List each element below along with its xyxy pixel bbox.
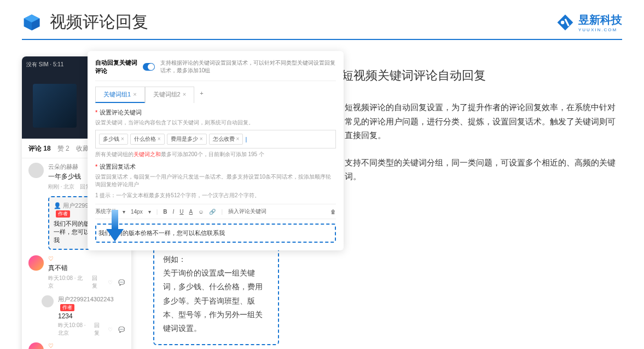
reply-user: 用户2299214302243 — [58, 296, 114, 302]
field-label: *设置回复话术 — [95, 163, 336, 171]
bullet-text: 短视频评论的自动回复设置，为了提升作者的评论回复效率，在系统中针对常见的评论用户… — [345, 100, 622, 142]
page-header: 视频评论回复 昱新科技 YUUXIN.COM — [0, 0, 644, 39]
insert-keyword-button[interactable]: 插入评论关键词 — [228, 208, 266, 215]
underline-button[interactable]: U — [179, 209, 183, 215]
nested-comment: 用户2299214302243作者 1234 昨天10:08 · 北京 回复 ♡… — [42, 295, 125, 337]
logo-icon — [556, 14, 574, 31]
field-note: 所有关键词组的关键词之和最多可添加200个，目前剩余可添加 195 个 — [95, 151, 336, 158]
text-cursor: | — [245, 136, 247, 142]
delete-button[interactable]: 🗑 — [330, 209, 336, 215]
avatar — [28, 163, 44, 178]
svg-rect-5 — [112, 210, 118, 229]
logo-url: YUUXIN.COM — [578, 27, 622, 32]
reply-link[interactable]: 回复 — [92, 274, 102, 290]
tab-comments[interactable]: 评论 18 — [28, 144, 51, 153]
keyword-chip[interactable]: 多少钱× — [99, 134, 128, 145]
page-title: 视频评论回复 — [50, 11, 148, 33]
settings-desc: 支持根据评论的关键词设置回复话术，可以针对不同类型关键词设置回复话术，最多添加1… — [160, 59, 336, 75]
svg-marker-3 — [558, 14, 573, 30]
field-hint: 设置回复话术，每回复一个用户评论只发送一条话术。最多支持设置10条不同话术，按添… — [95, 173, 336, 188]
close-icon[interactable]: × — [183, 91, 186, 98]
field-hint-2: 1 提示：一个富文本框最多支持512个字符，一个汉字占用2个字符。 — [95, 192, 336, 199]
example-callout: 例如： 关于询价的设置成一组关键词，多少钱、什么价格，费用多少等。关于咨询班型、… — [153, 243, 279, 345]
comment-icon[interactable]: 💬 — [118, 279, 125, 285]
example-heading: 例如： — [163, 253, 269, 266]
heart-icon[interactable]: ♡ — [108, 327, 113, 333]
avatar — [42, 295, 54, 307]
author-tag: 作者 — [60, 304, 74, 311]
keyword-chip[interactable]: 什么价格× — [130, 134, 165, 145]
example-body: 关于询价的设置成一组关键词，多少钱、什么价格，费用多少等。关于咨询班型、版本、型… — [163, 266, 269, 335]
keyword-chips-input[interactable]: 多少钱× 什么价格× 费用是多少× 怎么收费× | — [95, 130, 336, 148]
settings-title: 自动回复关键词评论 — [95, 59, 137, 75]
comment-item: ♡ 测试 — [28, 342, 125, 349]
editor-toolbar: 系统字体▾ 14px▾ | B I U A ☺ 🔗 | 插入评论关键词 🗑 — [95, 204, 336, 219]
keyword-group-tab[interactable]: 关键词组1× — [95, 87, 145, 103]
keyword-group-tab[interactable]: 关键词组2× — [145, 87, 195, 103]
keyword-chip[interactable]: 怎么收费× — [209, 134, 243, 145]
heart-icon[interactable]: ♡ — [108, 279, 113, 285]
comment-text: 真不错 — [48, 264, 125, 273]
link-button[interactable]: 🔗 — [209, 209, 216, 215]
comment-item: ♡ 真不错 昨天10:08 · 北京 回复 ♡ 💬 — [28, 255, 125, 290]
field-label: *设置评论关键词 — [95, 108, 336, 117]
settings-panel: 自动回复关键词评论 支持根据评论的关键词设置回复话术，可以针对不同类型关键词设置… — [88, 51, 344, 250]
reply-link[interactable]: 回复 — [94, 322, 102, 337]
bold-button[interactable]: B — [163, 209, 167, 215]
brand-logo: 昱新科技 YUUXIN.COM — [556, 13, 622, 32]
reply-user-icon: 👤 — [54, 202, 61, 209]
arrow-down-icon — [104, 210, 126, 243]
svg-marker-6 — [106, 229, 124, 242]
comment-icon[interactable]: 💬 — [118, 327, 125, 333]
logo-name: 昱新科技 — [578, 13, 622, 27]
reply-editor[interactable]: 我们不同的版本价格不一样，您可以私信联系我 — [95, 224, 336, 243]
comment-time: 昨天10:08 · 北京 — [48, 274, 86, 290]
comment-text: 1234 — [58, 312, 125, 320]
bullet-item: 短视频评论的自动回复设置，为了提升作者的评论回复效率，在系统中针对常见的评论用户… — [323, 100, 622, 142]
section-title: 短视频关键词评论自动回复 — [341, 67, 486, 84]
bullet-item: 支持不同类型的关键词分组，同一类问题，可设置多个相近的、高频的关键词。 — [323, 156, 622, 184]
italic-button[interactable]: I — [173, 209, 175, 215]
avatar — [28, 255, 44, 271]
add-tab-button[interactable]: + — [194, 87, 208, 103]
bullet-text: 支持不同类型的关键词分组，同一类问题，可设置多个相近的、高频的关键词。 — [345, 156, 622, 184]
cube-icon — [22, 13, 42, 32]
emoji-button[interactable]: ☺ — [198, 209, 204, 215]
tab-likes[interactable]: 赞 2 — [57, 144, 69, 153]
toggle-switch[interactable] — [143, 63, 155, 71]
keyword-chip[interactable]: 费用是多少× — [167, 134, 207, 145]
svg-point-4 — [561, 20, 564, 24]
color-button[interactable]: A — [189, 209, 193, 215]
close-icon[interactable]: × — [133, 91, 136, 98]
comment-time: 昨天10:08 · 北京 — [58, 322, 89, 337]
author-tag: 作者 — [56, 210, 70, 218]
font-size-select[interactable]: 14px — [131, 209, 143, 215]
avatar — [28, 342, 44, 349]
field-hint: 设置关键词，当评论内容包含了以下关键词，则系统可自动回复。 — [95, 119, 336, 127]
comment-time: 刚刚 · 北京 — [48, 183, 74, 191]
